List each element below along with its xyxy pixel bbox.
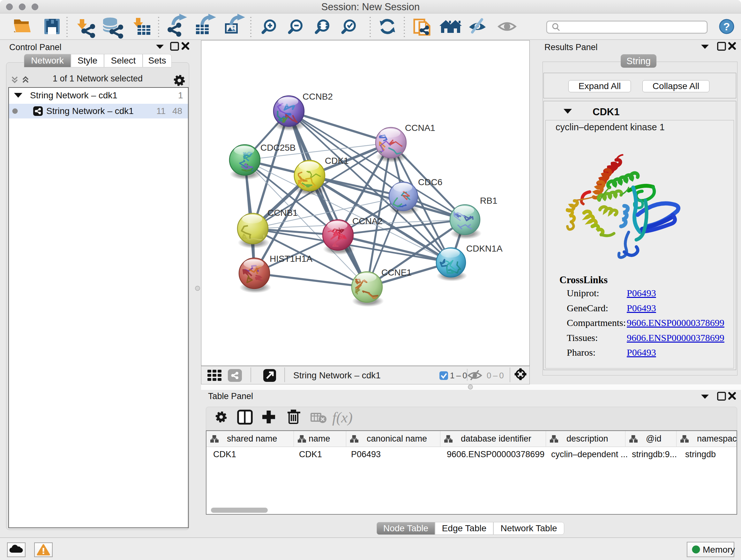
- svg-text:CDC25B: CDC25B: [260, 143, 295, 152]
- svg-text:f(x): f(x): [332, 409, 353, 426]
- svg-text:CCNB1: CCNB1: [267, 208, 298, 218]
- svg-text:1 – 0: 1 – 0: [450, 371, 467, 380]
- svg-text:CCNB2: CCNB2: [302, 91, 333, 102]
- svg-text:HIST1H1A: HIST1H1A: [270, 254, 313, 264]
- svg-text:CCNE1: CCNE1: [381, 267, 412, 277]
- svg-text:RB1: RB1: [480, 196, 497, 206]
- svg-text:CDK1: CDK1: [325, 156, 349, 166]
- svg-text:?: ?: [724, 20, 730, 33]
- svg-text:CCNA2: CCNA2: [352, 216, 383, 226]
- svg-text:0 – 0: 0 – 0: [487, 371, 504, 380]
- svg-text:CDKN1A: CDKN1A: [466, 244, 502, 253]
- svg-text:CCNA1: CCNA1: [405, 123, 435, 133]
- svg-text:CDC6: CDC6: [418, 177, 442, 187]
